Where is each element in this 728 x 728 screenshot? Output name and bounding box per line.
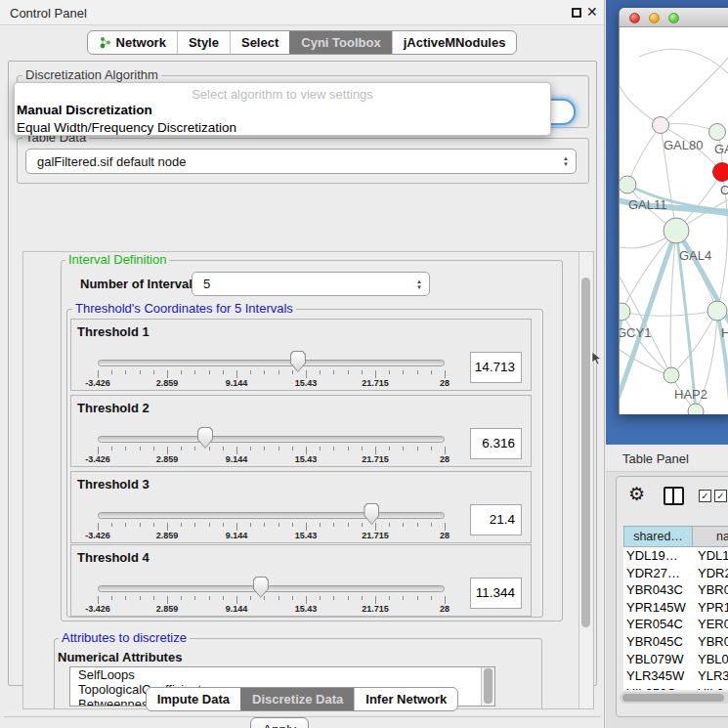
column-header-name[interactable]: na [693, 526, 728, 547]
tab-cyni-toolbox[interactable]: Cyni Toolbox [289, 31, 391, 54]
cell-name: YBL0 [693, 651, 728, 668]
network-node-label: GA [714, 142, 728, 156]
network-node-gal80[interactable] [653, 117, 669, 134]
network-node[interactable] [688, 404, 704, 414]
tab-select[interactable]: Select [230, 31, 289, 54]
table-panel: ⚙ ✓ ✓ shared… na YDL19…YDL1YDR27…YDR2YBR… [616, 476, 728, 717]
network-icon [99, 36, 111, 49]
table-row[interactable]: YLR345WYLR3 [623, 667, 728, 685]
cell-name: YER0 [693, 616, 728, 633]
tick-label: 9.144 [215, 454, 258, 464]
table-row[interactable]: YBR043CYBR0 [623, 581, 728, 599]
threshold-value-field[interactable]: 21.4 [470, 504, 522, 535]
dropdown-item-manual-discretization[interactable]: Manual Discretization [15, 102, 550, 119]
table-row[interactable]: YDL19…YDL1 [623, 547, 728, 565]
slider-thumb[interactable] [253, 577, 269, 598]
cell-name: YIL0 [693, 685, 728, 690]
tick-label: -3.426 [76, 604, 119, 614]
network-node-label: GAL4 [679, 248, 711, 263]
close-icon[interactable]: ✕ [586, 4, 598, 20]
table-row[interactable]: YBL079WYBL0 [623, 651, 728, 668]
table-data-value: galFiltered.sif default node [26, 154, 560, 169]
interval-definition-title: Interval Definition [65, 253, 169, 266]
network-node-label: H [721, 325, 728, 340]
control-panel-titlebar: Control Panel ✕ [0, 0, 604, 25]
tick-label: 15.43 [284, 378, 327, 388]
cell-shared-name: YER054C [623, 616, 693, 633]
tick-label: -3.426 [76, 378, 119, 388]
network-node-label: GCY1 [620, 325, 651, 340]
cell-name: YDR2 [693, 565, 728, 582]
settings-scroll-area: Interval Definition Number of Intervals … [22, 251, 594, 709]
minimize-traffic-light-icon[interactable] [649, 13, 660, 23]
gear-icon[interactable]: ⚙ [628, 485, 645, 503]
slider-track[interactable] [98, 512, 445, 519]
network-node-hap2[interactable] [664, 367, 679, 383]
table-data-combobox[interactable]: galFiltered.sif default node ▲▼ [25, 149, 577, 174]
table-row[interactable]: YER054CYER0 [623, 616, 728, 633]
tick-label: 21.715 [354, 454, 397, 464]
network-node-gal11[interactable] [620, 176, 636, 193]
slider-thumb[interactable] [197, 427, 213, 449]
tab-label: Cyni Toolbox [301, 35, 380, 50]
slider-track[interactable] [98, 585, 445, 592]
network-graph-canvas[interactable]: GAL80GACGAL11GAL4GCY1HHAP2 [620, 27, 728, 414]
table-row[interactable]: YIL052CYIL0 [623, 685, 728, 690]
float-window-icon[interactable] [572, 8, 581, 18]
tab-label: jActiveMNodules [404, 35, 506, 50]
tab-discretize-data[interactable]: Discretize Data [240, 688, 354, 710]
horizontal-scrollbar[interactable] [620, 692, 728, 704]
checkbox-icon[interactable]: ✓ [714, 490, 727, 502]
tab-infer-network[interactable]: Infer Network [354, 688, 457, 710]
slider-thumb[interactable] [290, 351, 306, 372]
screen: Control Panel ✕ NetworkStyleSelectCyni T… [0, 0, 728, 728]
close-traffic-light-icon[interactable] [629, 13, 640, 23]
node-table: shared… na YDL19…YDL1YDR27…YDR2YBR043CYB… [623, 526, 728, 668]
horizontal-scrollbar-thumb[interactable] [622, 694, 724, 702]
tab-label: Discretize Data [252, 692, 343, 707]
network-node-gal4[interactable] [664, 218, 689, 243]
numerical-attributes-label: Numerical Attributes [58, 650, 182, 664]
slider-track[interactable] [98, 436, 445, 443]
threshold-value-field[interactable]: 6.316 [470, 428, 522, 459]
threshold-value-field[interactable]: 11.344 [470, 578, 522, 609]
tab-label: Network [116, 35, 166, 50]
tab-impute-data[interactable]: Impute Data [147, 688, 240, 710]
tick-label: 28 [423, 604, 466, 614]
table-row[interactable]: YDR27…YDR2 [623, 565, 728, 582]
slider-thumb[interactable] [364, 503, 379, 525]
cell-shared-name: YBR045C [623, 633, 693, 651]
threshold-label: Threshold 2 [77, 401, 150, 415]
network-window-titlebar [620, 8, 728, 27]
tab-network[interactable]: Network [88, 31, 177, 54]
network-node-label: C [720, 183, 728, 197]
number-of-intervals-combobox[interactable]: 5 ▲▼ [192, 272, 430, 296]
cell-name: YDL1 [693, 547, 728, 565]
bottom-tab-bar: Impute DataDiscretize DataInfer Network [0, 687, 604, 711]
cell-shared-name: YBL079W [623, 651, 693, 668]
zoom-traffic-light-icon[interactable] [668, 13, 679, 23]
slider-track[interactable] [98, 360, 445, 366]
table-row[interactable]: YBR045CYBR0 [623, 633, 728, 651]
column-header-shared-name[interactable]: shared… [623, 526, 693, 547]
threshold-label: Threshold 3 [77, 477, 150, 492]
network-node-ga[interactable] [709, 124, 726, 141]
vertical-scrollbar[interactable] [578, 252, 592, 708]
threshold-value-field[interactable]: 14.713 [470, 352, 522, 383]
checkbox-icon[interactable]: ✓ [699, 490, 711, 502]
table-row[interactable]: YPR145WYPR1 [623, 599, 728, 617]
cell-shared-name: YBR043C [623, 581, 693, 599]
network-node-h[interactable] [707, 301, 727, 321]
spinner-arrows-icon: ▲▼ [413, 278, 429, 290]
tick-label: 9.144 [215, 604, 258, 614]
apply-button[interactable]: Apply [250, 717, 309, 728]
cell-shared-name: YIL052C [623, 685, 693, 690]
vertical-scrollbar-thumb[interactable] [581, 278, 590, 627]
cell-shared-name: YDL19… [623, 547, 693, 565]
network-node-c[interactable] [713, 163, 728, 182]
tab-style[interactable]: Style [177, 31, 230, 54]
split-columns-icon[interactable] [664, 487, 684, 505]
tab-jactivemnodules[interactable]: jActiveMNodules [392, 31, 517, 54]
dropdown-item-equal-width-frequency[interactable]: Equal Width/Frequency Discretization [15, 119, 550, 137]
attribute-list-item[interactable]: SelfLoops [70, 667, 481, 682]
